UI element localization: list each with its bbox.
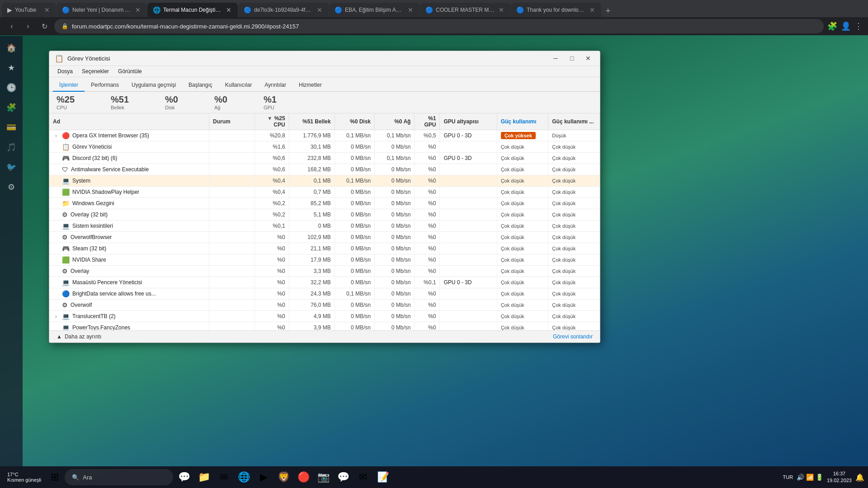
taskbar-discord-icon[interactable]: 💬	[334, 468, 352, 486]
process-gpu-cell: %0	[415, 300, 440, 311]
table-row[interactable]: ⚙ OverwolfBrowser %0 102,9 MB 0 MB/sn 0 …	[49, 232, 600, 243]
tm-menu-goruntule[interactable]: Görüntüle	[113, 67, 146, 76]
table-row[interactable]: › 🔴 Opera GX Internet Browser (35) %20,8…	[49, 130, 600, 141]
taskbar-edge-icon[interactable]: 🌐	[235, 468, 253, 486]
table-row[interactable]: 💻 Sistem kesintileri %0,1 0 MB 0 MB/sn 0…	[49, 221, 600, 232]
taskbar-right-area: TUR 🔊 📶 🔋 16:37 19.02.2023 🔔	[783, 470, 864, 484]
tm-close-button[interactable]: ✕	[582, 54, 594, 63]
process-mem-cell: 168,2 MB	[289, 164, 335, 175]
table-row[interactable]: 🔵 BrightData service allows free us... %…	[49, 288, 600, 300]
tm-disk-label: Disk	[165, 105, 175, 110]
process-cpu-cell: %0	[255, 254, 289, 266]
tab-donanimarsivi[interactable]: 🔵 Neler Yeni | Donanım Arşi... ✕	[57, 3, 147, 17]
tm-minimize-button[interactable]: ─	[549, 54, 562, 63]
table-row[interactable]: ⚙ Overwolf %0 76,0 MB 0 MB/sn 0 Mb/sn %0…	[49, 300, 600, 311]
expand-icon[interactable]: ›	[53, 132, 59, 139]
process-name-cell: ⚙ OverwolfBrowser	[49, 232, 209, 243]
nav-forward-button[interactable]: ›	[22, 20, 34, 33]
table-row[interactable]: 🎮 Steam (32 bit) %0 21,1 MB 0 MB/sn 0 Mb…	[49, 243, 600, 254]
tab-de7[interactable]: 🔵 de7lo3k-1b9248a9-4f8c-4... ✕	[238, 3, 329, 17]
taskbar-notion-icon[interactable]: 📝	[374, 468, 392, 486]
tm-tab-islemler[interactable]: İşlemler	[53, 79, 85, 92]
sidebar-icon-history[interactable]: 🕒	[3, 80, 19, 96]
tm-process-table-container[interactable]: Ad Durum ▼%25 CPU %51 Bellek %0 Disk %0 …	[49, 113, 600, 330]
table-row[interactable]: 📁 Windows Gezgini %0,2 85,2 MB 0 MB/sn 0…	[49, 198, 600, 209]
tm-tab-performans[interactable]: Performans	[85, 79, 125, 92]
table-row[interactable]: 🎮 Discord (32 bit) (6) %0,6 232,8 MB 0 M…	[49, 153, 600, 164]
taskbar-opera-icon[interactable]: 🔴	[294, 468, 312, 486]
table-row[interactable]: ⚙ Overlay %0 3,3 MB 0 MB/sn 0 Mb/sn %0 Ç…	[49, 266, 600, 277]
taskbar-search-bar[interactable]: 🔍 Ara	[65, 469, 173, 485]
tm-menu-dosya[interactable]: Dosya	[53, 67, 77, 76]
table-row[interactable]: ⚙ Overlay (32 bit) %0,2 5,1 MB 0 MB/sn 0…	[49, 209, 600, 221]
menu-icon[interactable]: ⋮	[854, 21, 863, 31]
tm-tab-hizmetler[interactable]: Hizmetler	[292, 79, 328, 92]
nav-back-button[interactable]: ‹	[5, 20, 18, 33]
sidebar-icon-bookmark[interactable]: ★	[3, 60, 19, 76]
tab-close-thankyou[interactable]: ✕	[589, 6, 596, 14]
tab-close-coolermaster[interactable]: ✕	[498, 6, 505, 14]
tm-menu-secenekler[interactable]: Seçenekler	[77, 67, 113, 76]
table-row[interactable]: 💻 Masaüstü Pencere Yöneticisi %0 32,2 MB…	[49, 277, 600, 288]
process-name-text: NVIDIA Share	[72, 257, 106, 263]
th-status[interactable]: Durum	[209, 113, 255, 130]
th-mem[interactable]: %51 Bellek	[289, 113, 335, 130]
table-row[interactable]: 🛡 Antimalware Service Executable %0,6 16…	[49, 164, 600, 175]
table-row[interactable]: 🟩 NVIDIA Share %0 17,9 MB 0 MB/sn 0 Mb/s…	[49, 254, 600, 266]
address-bar[interactable]: 🔒 forum.modartpc.com/konu/termal-macun-d…	[54, 19, 824, 33]
notification-icon[interactable]: 🔔	[855, 473, 864, 482]
taskbar-photo-icon[interactable]: 📷	[314, 468, 332, 486]
tab-close-de7[interactable]: ✕	[316, 6, 323, 14]
taskbar-teams-icon[interactable]: 💬	[175, 468, 193, 486]
tm-tab-kullanicilar[interactable]: Kullanıcılar	[219, 79, 258, 92]
tab-close-donanimarsivi[interactable]: ✕	[134, 6, 142, 14]
tm-less-detail-button[interactable]: ▲ Daha az ayrıntı	[57, 333, 101, 340]
th-gpusub[interactable]: GPU altyapısı	[440, 113, 497, 130]
th-cpu[interactable]: ▼%25 CPU	[255, 113, 289, 130]
tm-tab-uygulama[interactable]: Uygulama geçmişi	[125, 79, 182, 92]
tab-youtube[interactable]: ▶ YouTube ✕	[2, 3, 56, 17]
sidebar-icon-home[interactable]: 🏠	[3, 40, 19, 56]
tm-tab-baslangic[interactable]: Başlangıç	[182, 79, 219, 92]
tab-close-youtube[interactable]: ✕	[43, 6, 51, 14]
th-disk[interactable]: %0 Disk	[335, 113, 374, 130]
tab-thankyou[interactable]: 🔵 Thank you for downloadin... ✕	[511, 3, 601, 17]
table-row[interactable]: 💻 System %0,4 0,1 MB 0,1 MB/sn 0 Mb/sn %…	[49, 175, 600, 187]
th-gpu[interactable]: %1 GPU	[415, 113, 440, 130]
taskbar-gmail-icon[interactable]: ✉	[354, 468, 372, 486]
tm-maximize-button[interactable]: □	[566, 54, 578, 63]
tab-coolermaster[interactable]: 🔵 COOLER MASTER MASTER... ✕	[420, 3, 510, 17]
nav-refresh-button[interactable]: ↻	[38, 20, 51, 33]
table-row[interactable]: 💻 PowerToys.FancyZones %0 3,9 MB 0 MB/sn…	[49, 322, 600, 331]
sidebar-icon-extensions[interactable]: 🧩	[3, 99, 19, 116]
taskbar-brave-icon[interactable]: 🦁	[274, 468, 292, 486]
tab-close-eba[interactable]: ✕	[407, 6, 414, 14]
tab-termal[interactable]: 🌐 Termal Macun Değiştirme... ✕	[147, 3, 238, 17]
th-net[interactable]: %0 Ağ	[375, 113, 415, 130]
process-gpusub-cell	[440, 141, 497, 153]
th-pow2[interactable]: Güç kullanımı ...	[548, 113, 600, 130]
profile-icon[interactable]: 👤	[841, 21, 851, 31]
sidebar-icon-wallet[interactable]: 💳	[3, 119, 19, 136]
th-name[interactable]: Ad	[49, 113, 209, 130]
table-row[interactable]: 📋 Görev Yöneticisi %1,6 30,1 MB 0 MB/sn …	[49, 141, 600, 153]
new-tab-button[interactable]: +	[602, 5, 614, 17]
process-gpu-cell: %0	[415, 164, 440, 175]
tm-tab-ayrintilar[interactable]: Ayrıntılar	[258, 79, 292, 92]
expand-icon[interactable]: ›	[53, 313, 59, 319]
tm-end-task-button[interactable]: Görevi sonlandır	[553, 333, 593, 340]
tab-eba[interactable]: 🔵 EBA, Eğitim Bilişim Ağı, De... ✕	[329, 3, 420, 17]
tab-close-termal[interactable]: ✕	[225, 6, 232, 14]
th-pow[interactable]: Güç kullanımı	[497, 113, 548, 130]
table-row[interactable]: 🟩 NVIDIA ShadowPlay Helper %0,4 0,7 MB 0…	[49, 187, 600, 198]
taskbar-media-icon[interactable]: ▶	[255, 468, 273, 486]
tm-summary-mem: %51 Bellek	[111, 94, 129, 110]
sidebar-icon-music[interactable]: 🎵	[3, 139, 19, 155]
table-row[interactable]: › 💻 TranslucentTB (2) %0 4,9 MB 0 MB/sn …	[49, 311, 600, 322]
start-button[interactable]: ⊞	[47, 469, 63, 485]
sidebar-icon-twitter[interactable]: 🐦	[3, 159, 19, 175]
taskbar-mail-icon[interactable]: ✉	[215, 468, 233, 486]
taskbar-explorer-icon[interactable]: 📁	[195, 468, 213, 486]
extensions-icon[interactable]: 🧩	[827, 21, 837, 31]
sidebar-icon-settings[interactable]: ⚙	[3, 179, 19, 195]
